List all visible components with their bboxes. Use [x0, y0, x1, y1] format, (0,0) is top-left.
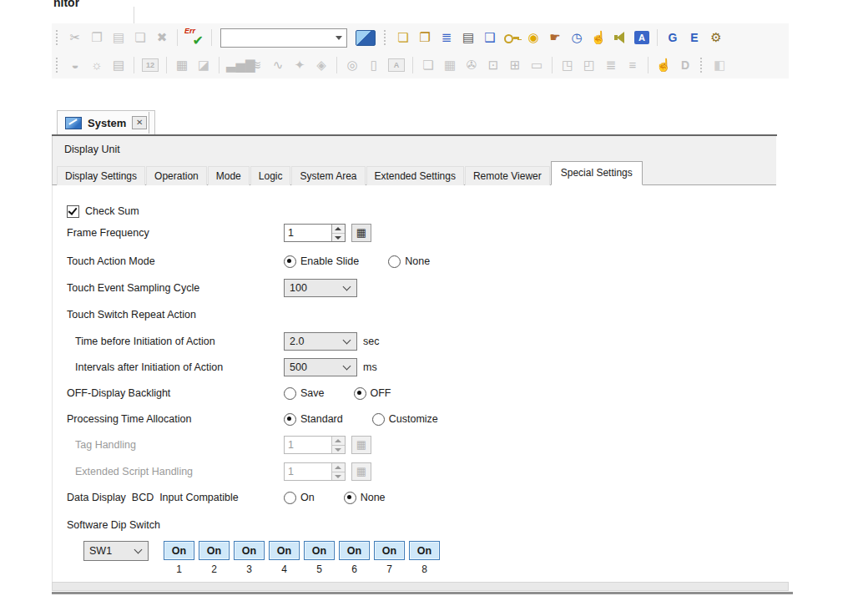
spin-up-icon[interactable]: [332, 225, 345, 234]
toolbar-grip[interactable]: [700, 58, 704, 73]
screen-monitor-icon[interactable]: ⊡: [485, 56, 502, 74]
data-grid-icon[interactable]: ▦: [174, 56, 190, 74]
touch-ball-icon[interactable]: ☝: [590, 28, 607, 47]
radar-graph-icon[interactable]: ✦: [291, 56, 308, 74]
tank-graph-icon[interactable]: ◎: [344, 56, 361, 74]
radio-icon[interactable]: [372, 413, 385, 426]
radio-icon[interactable]: [284, 387, 296, 400]
time-before-combo[interactable]: 2.0: [284, 332, 357, 351]
spin-down-icon[interactable]: [332, 234, 345, 242]
message-list-icon[interactable]: ≡: [624, 56, 641, 74]
screen-select-combo[interactable]: [220, 28, 347, 48]
clipped-menu-text[interactable]: nitor: [53, 0, 79, 10]
radio-selected-icon[interactable]: [284, 413, 296, 426]
radio-icon[interactable]: [284, 492, 296, 504]
tab-remote-viewer[interactable]: Remote Viewer: [465, 166, 550, 185]
partial-icon[interactable]: ◧: [711, 56, 728, 74]
line-graph-icon[interactable]: ∿: [270, 56, 286, 74]
toolbar-grip[interactable]: [56, 30, 60, 45]
keypad-icon[interactable]: ▦: [351, 224, 371, 242]
tab-operation[interactable]: Operation: [146, 166, 207, 185]
dip-switch-7-button[interactable]: On: [374, 541, 405, 560]
hand-pointer-icon[interactable]: ☝: [655, 56, 672, 74]
key-icon[interactable]: [503, 28, 520, 47]
radio-processing-customize[interactable]: Customize: [372, 413, 438, 426]
bar-graph-icon[interactable]: ▃▅▇: [226, 56, 243, 74]
dip-switch-1-button[interactable]: On: [164, 541, 194, 560]
radio-bcd-on[interactable]: On: [284, 492, 315, 504]
text-table-icon[interactable]: A: [634, 31, 649, 44]
copy-icon[interactable]: ❐: [88, 28, 105, 47]
touch-jar-icon[interactable]: ☛: [547, 28, 563, 47]
date-display-icon[interactable]: 12: [142, 58, 159, 72]
dip-switch-5-button[interactable]: On: [304, 541, 335, 560]
toolbar-grip[interactable]: [56, 58, 60, 73]
error-check-icon[interactable]: Err✔: [184, 28, 204, 48]
machine-clock-icon[interactable]: ⚙: [708, 28, 724, 47]
paste-special-icon[interactable]: ❏: [132, 28, 149, 47]
tab-system-area[interactable]: System Area: [291, 166, 365, 185]
security-keyhole-icon[interactable]: ◉: [525, 28, 542, 47]
picture-text-icon[interactable]: A: [388, 58, 405, 72]
screen-preview-icon[interactable]: [356, 30, 376, 46]
grid-clock-icon[interactable]: ◷: [568, 28, 585, 47]
radio-backlight-off[interactable]: OFF: [354, 387, 391, 400]
dip-switch-3-button[interactable]: On: [234, 541, 265, 560]
alarm-list-icon[interactable]: ≣: [603, 56, 619, 74]
special-window-icon[interactable]: ◰: [581, 56, 598, 74]
dscript-icon[interactable]: D: [678, 58, 693, 72]
radio-bcd-none[interactable]: None: [344, 492, 386, 504]
radio-selected-icon[interactable]: [344, 492, 356, 504]
paste-icon[interactable]: ▤: [110, 28, 127, 47]
document-star-icon[interactable]: ❑: [482, 28, 498, 47]
radio-backlight-save[interactable]: Save: [284, 387, 325, 400]
check-sum-checkbox[interactable]: Check Sum: [67, 200, 139, 222]
switch-part-icon[interactable]: ◒: [67, 56, 83, 74]
radio-processing-standard[interactable]: Standard: [284, 413, 343, 426]
global-dscript-icon[interactable]: G: [665, 31, 680, 44]
radio-touch-none[interactable]: None: [388, 255, 430, 268]
sampling-cycle-combo[interactable]: 100: [284, 279, 357, 297]
radio-icon[interactable]: [388, 255, 401, 268]
close-icon[interactable]: ✕: [132, 116, 147, 129]
cut-icon[interactable]: ✂: [67, 28, 83, 47]
intervals-after-combo[interactable]: 500: [284, 358, 357, 376]
radio-selected-icon[interactable]: [354, 387, 366, 400]
extended-dscript-icon[interactable]: E: [687, 31, 702, 44]
tab-logic[interactable]: Logic: [250, 166, 291, 185]
historical-trend-icon[interactable]: ▯: [366, 56, 382, 74]
settings-list-icon[interactable]: ≣: [438, 28, 455, 47]
window-call-icon[interactable]: ◳: [559, 56, 576, 74]
xy-graph-icon[interactable]: ◈: [313, 56, 330, 74]
keypad-part-icon[interactable]: ◪: [195, 56, 212, 74]
dip-switch-2-button[interactable]: On: [199, 541, 230, 560]
frame-frequency-spinner[interactable]: 1: [284, 224, 346, 242]
film-display-icon[interactable]: ▦: [442, 56, 458, 74]
delete-icon[interactable]: ✖: [154, 28, 170, 47]
checkbox-checked-icon[interactable]: [67, 205, 79, 218]
frame-frequency-value[interactable]: 1: [285, 225, 331, 241]
window-parts-icon[interactable]: ❏: [420, 56, 437, 74]
tab-special-settings[interactable]: Special Settings: [551, 161, 643, 185]
remote-monitor-icon[interactable]: ⊞: [507, 56, 523, 74]
dip-switch-4-button[interactable]: On: [269, 541, 300, 560]
lamp-part-icon[interactable]: ☼: [88, 56, 105, 74]
movie-player-icon[interactable]: ✇: [463, 56, 480, 74]
speaker-icon[interactable]: [612, 28, 628, 47]
toolbar-grip[interactable]: [384, 30, 388, 45]
transfer-clipboard-icon[interactable]: ❐: [416, 28, 433, 47]
radio-selected-icon[interactable]: [284, 255, 296, 268]
dip-switch-6-button[interactable]: On: [339, 541, 370, 560]
tab-mode[interactable]: Mode: [208, 166, 250, 185]
tab-extended-settings[interactable]: Extended Settings: [366, 166, 464, 185]
document-tab-system[interactable]: System ✕: [57, 110, 155, 134]
csv-document-icon[interactable]: ▤: [460, 28, 477, 47]
horizontal-scrollbar[interactable]: [52, 582, 789, 591]
radio-enable-slide[interactable]: Enable Slide: [284, 255, 359, 268]
dip-switch-8-button[interactable]: On: [409, 541, 440, 560]
scatter-graph-icon[interactable]: ≋: [248, 56, 265, 74]
tab-display-settings[interactable]: Display Settings: [57, 166, 145, 185]
dip-selector-combo[interactable]: SW1: [83, 541, 149, 561]
save-clipboard-icon[interactable]: ❏: [395, 28, 411, 47]
message-display-icon[interactable]: ▤: [110, 56, 127, 74]
